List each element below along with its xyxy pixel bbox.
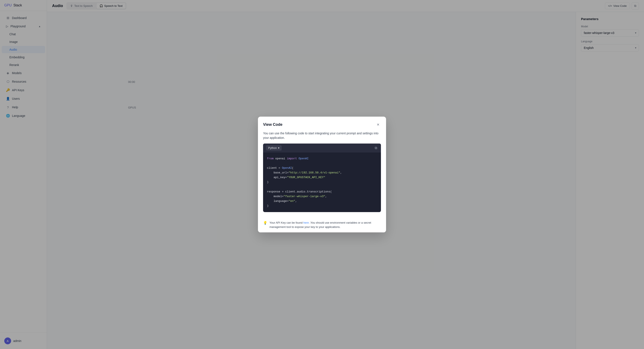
code-line-9: model="faster-whisper-large-v3", xyxy=(267,194,377,199)
language-selector[interactable]: Python ▾ xyxy=(266,145,282,150)
copy-icon: ⧉ xyxy=(375,146,377,150)
code-container: Python ▾ ⧉ from openai import OpenAI cli… xyxy=(263,144,381,212)
code-line-4: base_url="http://192.168.50.4/v1-openai"… xyxy=(267,170,377,175)
footer-text-before: Your API Key can be found xyxy=(270,221,304,224)
modal-title: View Code xyxy=(263,122,282,127)
code-line-8: response = client.audio.transcriptions( xyxy=(267,190,377,194)
code-line-5: api_key="YOUR_GPUSTACK_API_KEY" xyxy=(267,175,377,180)
language-selector-label: Python xyxy=(268,146,277,150)
modal-footer: 💡 Your API Key can be found here .You sh… xyxy=(258,217,386,232)
modal-overlay[interactable]: View Code ✕ You can use the following co… xyxy=(0,0,644,349)
info-icon: 💡 xyxy=(263,221,267,225)
footer-text: Your API Key can be found here .You shou… xyxy=(270,221,381,229)
modal-body: You can use the following code to start … xyxy=(258,131,386,217)
code-line-6: ) xyxy=(267,180,377,184)
copy-code-button[interactable]: ⧉ xyxy=(374,145,378,151)
footer-link[interactable]: here xyxy=(304,221,309,224)
chevron-down-icon: ▾ xyxy=(278,146,280,150)
code-block: from openai import OpenAI client = OpenA… xyxy=(263,152,381,212)
code-line-10: language="en", xyxy=(267,199,377,204)
modal-close-button[interactable]: ✕ xyxy=(375,122,381,128)
view-code-modal: View Code ✕ You can use the following co… xyxy=(258,116,386,232)
code-line-11: ) xyxy=(267,204,377,208)
modal-description: You can use the following code to start … xyxy=(263,131,381,140)
modal-header: View Code ✕ xyxy=(258,116,386,131)
code-line-1: from openai import OpenAI xyxy=(267,156,377,161)
code-line-3: client = OpenAI( xyxy=(267,166,377,170)
code-toolbar: Python ▾ ⧉ xyxy=(263,144,381,152)
